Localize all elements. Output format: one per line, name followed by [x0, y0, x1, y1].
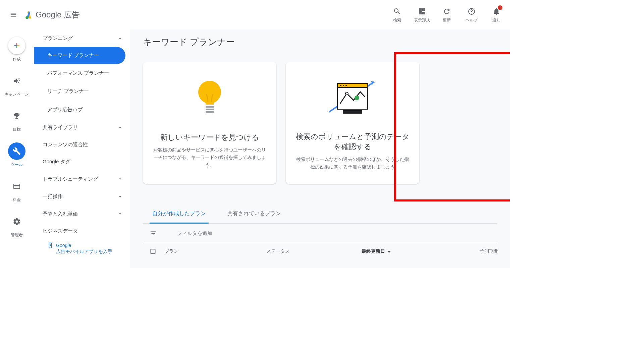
svg-rect-15: [343, 110, 362, 114]
sidebar-item-business-data[interactable]: ビジネスデータ: [34, 223, 130, 240]
menu-icon: [10, 11, 17, 18]
rail-goals[interactable]: 目標: [8, 107, 25, 132]
sidebar-mobile-app-link[interactable]: Google 広告モバイルアプリを入手: [34, 240, 130, 257]
layout-icon: [417, 7, 427, 16]
chart-illustration: [326, 75, 379, 122]
sidebar: プランニング キーワード プランナー パフォーマンス プランナー リーチ プラン…: [34, 29, 130, 268]
col-last-updated[interactable]: 最終更新日: [362, 248, 449, 254]
topbar-actions: 検索 表示形式 更新 ヘルプ: [389, 7, 504, 23]
sidebar-item-app-hub[interactable]: アプリ広告ハブ: [34, 101, 130, 119]
notifications-button[interactable]: ! 通知: [488, 7, 504, 23]
svg-point-10: [343, 85, 344, 86]
appearance-button[interactable]: 表示形式: [414, 7, 430, 23]
select-all-checkbox[interactable]: [150, 248, 156, 255]
sidebar-item-content-suitability[interactable]: コンテンツの適合性: [34, 136, 130, 153]
trophy-icon: [8, 107, 25, 125]
lightbulb-illustration: [183, 75, 236, 122]
sidebar-item-keyword-planner[interactable]: キーワード プランナー: [34, 47, 125, 64]
refresh-button[interactable]: 更新: [439, 7, 455, 23]
page-title: キーワード プランナー: [143, 36, 497, 48]
refresh-icon: [442, 7, 451, 16]
chevron-down-icon: [117, 176, 123, 182]
sidebar-item-google-tag[interactable]: Google タグ: [34, 153, 130, 170]
topbar: Google 広告 検索 表示形式 更新: [0, 0, 510, 29]
svg-rect-3: [206, 101, 214, 105]
notification-badge: !: [498, 5, 502, 10]
svg-rect-5: [206, 109, 214, 110]
rail-create[interactable]: 作成: [8, 37, 25, 62]
filter-row[interactable]: フィルタを追加: [143, 224, 497, 243]
rail-admin[interactable]: 管理者: [8, 213, 25, 238]
filter-placeholder: フィルタを追加: [177, 230, 212, 237]
megaphone-icon: [8, 72, 25, 89]
svg-point-9: [340, 85, 341, 86]
sidebar-group-planning[interactable]: プランニング: [34, 29, 130, 47]
sort-desc-icon: [386, 249, 392, 254]
help-button[interactable]: ヘルプ: [464, 7, 480, 23]
col-plan[interactable]: プラン: [164, 248, 258, 254]
sidebar-group-budgets[interactable]: 予算と入札単価: [34, 205, 130, 223]
rail-tools[interactable]: ツール: [8, 142, 25, 168]
chevron-down-icon: [117, 124, 123, 131]
rail-campaigns[interactable]: キャンペーン: [5, 72, 29, 97]
svg-rect-6: [206, 111, 214, 113]
card-icon: [8, 178, 25, 195]
search-button[interactable]: 検索: [389, 7, 405, 23]
chevron-down-icon: [117, 210, 123, 217]
mobile-download-icon: [47, 242, 53, 248]
svg-rect-4: [206, 106, 214, 108]
wrench-icon: [8, 142, 25, 160]
sidebar-item-performance-planner[interactable]: パフォーマンス プランナー: [34, 64, 130, 82]
svg-point-2: [198, 81, 221, 104]
sidebar-group-troubleshooting[interactable]: トラブルシューティング: [34, 170, 130, 188]
left-rail: 作成 キャンペーン 目標 ツール: [0, 29, 34, 268]
hamburger-menu[interactable]: [5, 7, 21, 23]
svg-point-13: [345, 92, 348, 95]
main-content: キーワード プランナー 新しいキーワードを見つける: [130, 29, 510, 268]
help-icon: [467, 7, 476, 16]
sidebar-group-bulk-actions[interactable]: 一括操作: [34, 188, 130, 205]
chevron-up-icon: [117, 35, 123, 42]
gear-icon: [8, 213, 25, 230]
svg-point-14: [355, 96, 359, 100]
col-forecast-period[interactable]: 予測期間: [465, 248, 498, 254]
plan-tabs: 自分が作成したプラン 共有されているプラン: [143, 204, 497, 224]
chevron-down-icon: [117, 193, 123, 200]
svg-rect-16: [151, 249, 155, 253]
table-header: プラン ステータス 最終更新日 予測期間: [143, 243, 497, 259]
sidebar-group-shared-library[interactable]: 共有ライブラリ: [34, 119, 130, 136]
card-search-volume-forecast[interactable]: 検索のボリュームと予測のデータを確認する 検索ボリュームなどの過去の指標のほか、…: [286, 62, 419, 184]
rail-billing[interactable]: 料金: [8, 178, 25, 203]
plus-icon: [8, 37, 25, 54]
product-logo[interactable]: Google 広告: [24, 9, 80, 20]
svg-point-11: [345, 85, 347, 86]
filter-icon: [150, 230, 157, 237]
svg-rect-8: [337, 83, 368, 87]
tab-shared-plans[interactable]: 共有されているプラン: [225, 204, 284, 223]
svg-rect-12: [337, 87, 368, 109]
bell-icon: !: [492, 7, 501, 16]
card-discover-keywords[interactable]: 新しいキーワードを見つける お客様の商品やサービスに関心を持つユーザーへのリーチ…: [143, 62, 276, 184]
col-status[interactable]: ステータス: [266, 248, 354, 254]
sidebar-item-reach-planner[interactable]: リーチ プランナー: [34, 82, 130, 101]
product-name: Google 広告: [36, 9, 80, 20]
tab-my-plans[interactable]: 自分が作成したプラン: [150, 204, 209, 223]
google-ads-logo-icon: [24, 10, 34, 19]
search-icon: [392, 7, 402, 16]
svg-point-0: [25, 16, 28, 19]
